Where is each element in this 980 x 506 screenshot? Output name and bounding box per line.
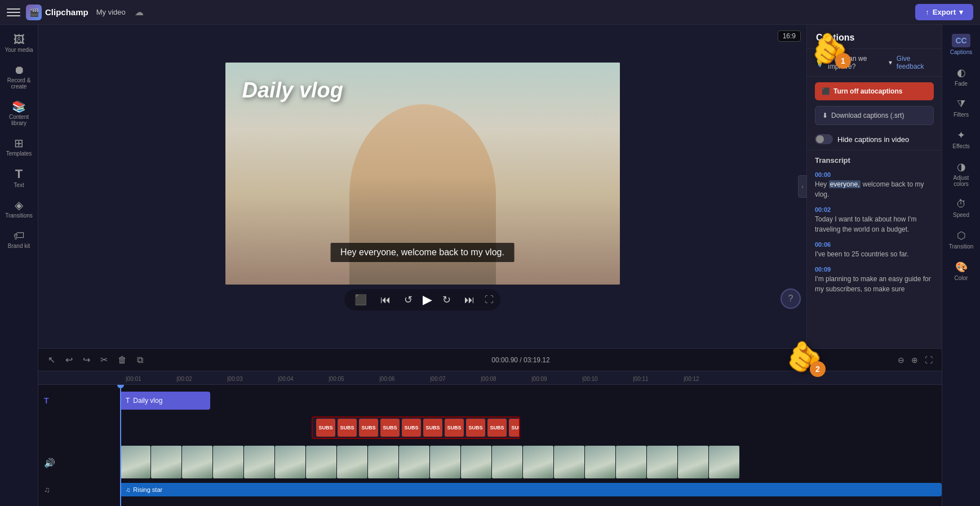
collapse-panel-button[interactable]: › xyxy=(798,175,807,198)
feedback-dropdown[interactable]: What can we improve? ▾ xyxy=(828,55,892,70)
film-frame-17 xyxy=(647,446,677,478)
film-frame-0 xyxy=(120,446,150,478)
right-icon-fade[interactable]: ◐ Fade xyxy=(944,62,978,91)
sidebar-item-label: Brand kit xyxy=(8,243,30,249)
turn-off-autocaptions-button[interactable]: ⬛ Turn off autocaptions xyxy=(815,82,934,100)
video-title[interactable]: My video xyxy=(96,8,126,16)
transcript-item-3: 00:09 I'm planning to make an easy guide… xyxy=(815,266,934,294)
text-clip-label: Daily vlog xyxy=(133,397,162,405)
sidebar-item-record-create[interactable]: ⏺ Record & create xyxy=(2,60,36,94)
hide-captions-toggle[interactable] xyxy=(815,134,833,144)
video-frame: Daily vlog Hey everyone, welcome back to… xyxy=(225,63,620,285)
text-clip-icon: T xyxy=(126,397,130,405)
rewind-button[interactable]: ↺ xyxy=(401,292,416,307)
sidebar-item-transitions[interactable]: ◈ Transitions xyxy=(2,195,36,223)
text-track-clip[interactable]: T Daily vlog xyxy=(120,392,210,410)
audio-track-content[interactable]: ♫ Rising star xyxy=(120,481,942,499)
ruler-mark-1: |00:02 xyxy=(176,376,227,382)
fast-forward-button[interactable]: ↻ xyxy=(439,292,454,307)
subs-track-clip[interactable]: SUBS SUBS SUBS SUBS SUBS SUBS SUBS SUBS … xyxy=(312,416,520,439)
select-tool-button[interactable]: ↖ xyxy=(45,353,58,367)
undo-button[interactable]: ↩ xyxy=(63,353,76,367)
export-button[interactable]: ↑ Export ▾ xyxy=(915,4,973,20)
subs-thumb-3: SUBS xyxy=(380,419,400,437)
export-label: Export xyxy=(933,8,956,16)
transcript-time-2: 00:06 xyxy=(815,241,934,248)
duplicate-button[interactable]: ⧉ xyxy=(134,353,146,367)
color-label: Color xyxy=(955,275,968,281)
sidebar-item-text[interactable]: T Text xyxy=(2,163,36,193)
audio-track-label: ♫ xyxy=(38,485,120,494)
play-button[interactable]: ▶ xyxy=(423,292,432,307)
timeline-tracks: T T Daily vlog xyxy=(38,385,942,506)
right-icon-color[interactable]: 🎨 Color xyxy=(944,256,978,286)
skip-forward-button[interactable]: ⏭ xyxy=(461,293,478,307)
help-button[interactable]: ? xyxy=(781,288,801,309)
zoom-out-button[interactable]: ⊖ xyxy=(895,354,907,366)
cloud-icon: ☁ xyxy=(135,7,144,17)
subs-track-content[interactable]: SUBS SUBS SUBS SUBS SUBS SUBS SUBS SUBS … xyxy=(120,415,942,443)
cc-toggle-button[interactable]: ⬛ xyxy=(351,292,370,307)
your-media-icon: 🖼 xyxy=(14,34,25,45)
right-icon-adjust-colors[interactable]: ◑ Adjust colors xyxy=(944,156,978,192)
highlight-text: everyone, xyxy=(829,180,861,188)
skip-back-button[interactable]: ⏮ xyxy=(377,293,394,307)
sidebar-item-content-library[interactable]: 📚 Content library xyxy=(2,96,36,131)
video-track-content[interactable] xyxy=(120,446,942,480)
timeline-area: |00:01 |00:02 |00:03 |00:04 |00:05 |00:0… xyxy=(38,371,942,506)
fit-to-screen-button[interactable]: ⛶ xyxy=(923,354,935,366)
fade-icon: ◐ xyxy=(957,66,966,79)
fullscreen-button[interactable]: ⛶ xyxy=(485,295,494,305)
subs-thumb-0: SUBS xyxy=(316,419,335,437)
color-icon: 🎨 xyxy=(955,261,968,273)
film-frame-11 xyxy=(461,446,491,478)
sidebar-item-your-media[interactable]: 🖼 Your media xyxy=(2,29,36,57)
download-captions-button[interactable]: ⬇ Download captions (.srt) xyxy=(815,106,934,125)
ruler-mark-4: |00:05 xyxy=(329,376,379,382)
transcript-item-2: 00:06 I've been to 25 countries so far. xyxy=(815,241,934,259)
right-icon-transition[interactable]: ⬡ Transition xyxy=(944,225,978,254)
cut-button[interactable]: ✂ xyxy=(97,353,110,367)
film-frame-5 xyxy=(275,446,305,478)
topbar: 🎬 Clipchamp My video ☁ ↑ Export ▾ xyxy=(0,0,980,25)
aspect-ratio-badge: 16:9 xyxy=(778,30,801,42)
timeline-zoom-controls: ⊖ ⊕ ⛶ xyxy=(895,354,935,366)
audio-clip-label: Rising star xyxy=(133,486,162,493)
ruler-mark-9: |00:10 xyxy=(582,376,633,382)
ruler-mark-0: |00:01 xyxy=(126,376,176,382)
menu-button[interactable] xyxy=(7,6,20,19)
ruler-mark-3: |00:04 xyxy=(278,376,329,382)
ruler-mark-11: |00:12 xyxy=(684,376,734,382)
give-feedback-link[interactable]: Give feedback xyxy=(897,55,934,70)
app-logo: 🎬 Clipchamp xyxy=(26,5,88,20)
audio-track-clip[interactable]: ♫ Rising star xyxy=(120,483,942,496)
zoom-in-button[interactable]: ⊕ xyxy=(909,354,920,366)
main-layout: 🖼 Your media ⏺ Record & create 📚 Content… xyxy=(0,25,980,506)
film-frame-13 xyxy=(523,446,553,478)
sidebar-item-templates[interactable]: ⊞ Templates xyxy=(2,133,36,161)
film-frame-15 xyxy=(585,446,615,478)
right-icon-speed[interactable]: ⏱ Speed xyxy=(944,194,978,223)
transcript-time-1: 00:02 xyxy=(815,206,934,213)
timeline-time-display: 00:00.90 / 03:19.12 xyxy=(491,356,549,364)
film-strip xyxy=(120,446,942,480)
transcript-text-2: I've been to 25 countries so far. xyxy=(815,249,934,259)
subs-thumb-8: SUBS xyxy=(487,419,507,437)
transcript-item-0: 00:00 Hey everyone, welcome back to my v… xyxy=(815,171,934,199)
film-frame-2 xyxy=(182,446,212,478)
speed-label: Speed xyxy=(953,212,969,218)
right-icon-effects[interactable]: ✦ Effects xyxy=(944,125,978,154)
right-icon-filters[interactable]: ⧩ Filters xyxy=(944,94,978,122)
text-track-content[interactable]: T Daily vlog xyxy=(120,388,942,413)
sidebar-item-label: Your media xyxy=(5,47,33,53)
playhead[interactable] xyxy=(120,385,121,506)
film-frame-6 xyxy=(306,446,336,478)
delete-button[interactable]: 🗑 xyxy=(115,353,130,367)
effects-label: Effects xyxy=(952,143,969,149)
redo-button[interactable]: ↪ xyxy=(80,353,93,367)
sidebar-item-brand-kit[interactable]: 🏷 Brand kit xyxy=(2,225,36,254)
audio-track: ♫ ♫ Rising star xyxy=(38,481,942,499)
right-icon-captions[interactable]: CC Captions xyxy=(944,29,978,60)
video-background: Daily vlog Hey everyone, welcome back to… xyxy=(225,63,620,285)
transcript-content: 00:00 Hey everyone, welcome back to my v… xyxy=(807,168,942,348)
